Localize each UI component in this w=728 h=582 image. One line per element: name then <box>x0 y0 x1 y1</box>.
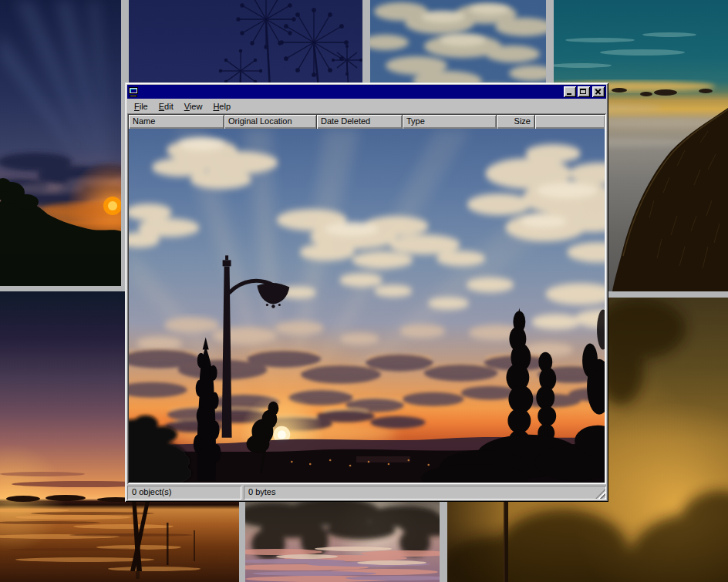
column-header-row: Name Original Location Date Deleted Type… <box>129 115 605 129</box>
menu-file[interactable]: File <box>129 100 153 113</box>
menu-help[interactable]: Help <box>207 100 236 113</box>
status-size: 0 bytes <box>244 486 606 500</box>
menu-view[interactable]: View <box>179 100 208 113</box>
computer-icon <box>129 87 140 97</box>
maximize-icon <box>580 89 586 94</box>
status-object-count: 0 object(s) <box>127 486 241 500</box>
list-view: Name Original Location Date Deleted Type… <box>127 113 606 484</box>
column-header-filler <box>535 115 605 129</box>
menu-edit[interactable]: Edit <box>153 100 179 113</box>
sunset-streetlamp-photo <box>129 129 605 483</box>
title-bar[interactable] <box>127 85 606 99</box>
close-button[interactable] <box>592 86 605 97</box>
recycle-bin-window: File Edit View Help Name Original Locati… <box>125 82 608 502</box>
column-header-original-location[interactable]: Original Location <box>224 115 317 129</box>
photo-sunset-rays-svg <box>0 0 121 286</box>
menu-bar: File Edit View Help <box>127 99 606 113</box>
column-header-name[interactable]: Name <box>129 115 224 129</box>
column-header-type[interactable]: Type <box>403 115 497 129</box>
status-bar: 0 object(s) 0 bytes <box>127 484 606 500</box>
desktop-collage: File Edit View Help Name Original Locati… <box>0 0 728 582</box>
column-header-date-deleted[interactable]: Date Deleted <box>317 115 403 129</box>
column-header-size[interactable]: Size <box>497 115 535 129</box>
list-client-area <box>129 129 605 483</box>
minimize-icon <box>567 93 571 95</box>
minimize-button[interactable] <box>564 86 576 97</box>
photo-sunset-rays-over-trees <box>0 0 121 286</box>
maximize-button[interactable] <box>578 86 590 97</box>
